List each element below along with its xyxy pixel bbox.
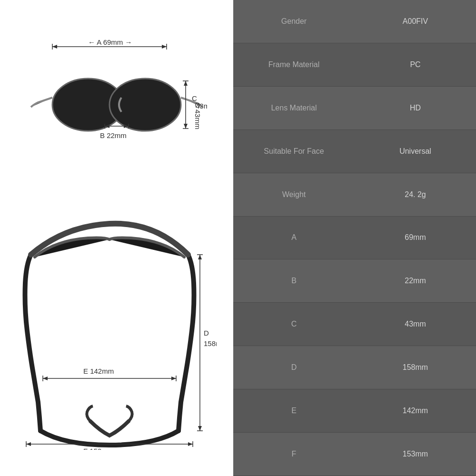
spec-label: Lens Material xyxy=(233,99,355,117)
left-panel: ← A 69mm → B 22mm C 4 xyxy=(0,0,233,476)
spec-value: A00FIV xyxy=(355,12,476,30)
spec-row: GenderA00FIV xyxy=(233,0,476,43)
spec-row: Lens MaterialHD xyxy=(233,87,476,130)
spec-row: Suitable For FaceUniversal xyxy=(233,130,476,173)
spec-value: HD xyxy=(355,99,476,117)
svg-text:43mm: 43mm xyxy=(196,102,207,110)
svg-marker-38 xyxy=(26,442,31,446)
spec-label: F xyxy=(233,445,355,463)
spec-label: B xyxy=(233,272,355,290)
spec-row: F153mm xyxy=(233,433,476,476)
spec-value: 24. 2g xyxy=(355,186,476,204)
spec-row: D158mm xyxy=(233,346,476,389)
svg-marker-39 xyxy=(188,442,193,446)
spec-label: Suitable For Face xyxy=(233,142,355,160)
spec-value: PC xyxy=(355,56,476,74)
svg-marker-4 xyxy=(162,45,167,49)
spec-value: 142mm xyxy=(355,402,476,420)
spec-row: A69mm xyxy=(233,217,476,260)
svg-text:← A  69mm →: ← A 69mm → xyxy=(88,38,132,46)
glasses-top-diagram: ← A 69mm → B 22mm C 4 xyxy=(0,0,233,200)
spec-row: C43mm xyxy=(233,303,476,346)
spec-row: Frame MaterialPC xyxy=(233,43,476,87)
svg-text:D: D xyxy=(204,329,209,337)
spec-value: Universal xyxy=(355,142,476,160)
svg-marker-25 xyxy=(43,377,48,380)
spec-label: D xyxy=(233,358,355,377)
specs-table: GenderA00FIVFrame MaterialPCLens Materia… xyxy=(233,0,476,476)
spec-label: C xyxy=(233,315,355,333)
glasses-top-svg: ← A 69mm → B 22mm C 4 xyxy=(26,24,207,176)
spec-row: B22mm xyxy=(233,259,476,303)
spec-label: Weight xyxy=(233,186,355,204)
spec-row: E142mm xyxy=(233,389,476,433)
svg-text:B  22mm: B 22mm xyxy=(100,131,127,139)
svg-text:C: C xyxy=(192,94,197,102)
spec-value: 69mm xyxy=(355,228,476,247)
svg-point-7 xyxy=(109,79,181,131)
svg-marker-3 xyxy=(52,45,57,49)
spec-value: 158mm xyxy=(355,358,476,377)
spec-label: A xyxy=(233,228,355,247)
spec-value: 153mm xyxy=(355,445,476,463)
spec-label: Gender xyxy=(233,12,355,30)
spec-label: E xyxy=(233,402,355,420)
glasses-bottom-diagram: E 142mm D 158mm F 153mm xyxy=(0,200,233,466)
spec-value: 22mm xyxy=(355,272,476,290)
svg-marker-18 xyxy=(184,124,188,129)
svg-marker-31 xyxy=(198,255,202,259)
svg-text:158mm: 158mm xyxy=(204,339,217,347)
svg-marker-32 xyxy=(198,426,202,431)
svg-marker-26 xyxy=(171,377,176,380)
svg-marker-17 xyxy=(184,81,188,86)
svg-text:E  142mm: E 142mm xyxy=(83,367,114,375)
glasses-bottom-svg: E 142mm D 158mm F 153mm xyxy=(17,217,217,450)
spec-value: 43mm xyxy=(355,315,476,333)
spec-row: Weight24. 2g xyxy=(233,173,476,217)
svg-text:F  153mm: F 153mm xyxy=(83,447,113,450)
spec-label: Frame Material xyxy=(233,56,355,74)
